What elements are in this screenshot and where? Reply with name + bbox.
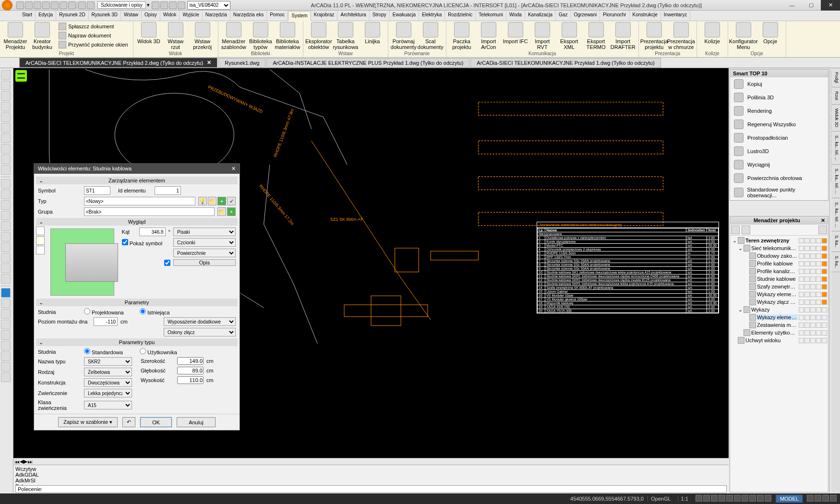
ribbon-tab[interactable]: Architektura (337, 11, 369, 21)
grupa-input[interactable] (84, 207, 215, 216)
qat-icon[interactable] (169, 1, 177, 9)
ribbon-btn[interactable]: Import RVT (530, 22, 555, 50)
side-tab[interactable]: S.. ka.. tel. ... (831, 198, 840, 232)
preview-3d[interactable] (50, 228, 114, 296)
section-header[interactable]: ⌄Parametry typu (36, 338, 238, 346)
wyposazenie-select[interactable]: Wyposażenie dodatkowe (164, 317, 236, 326)
tool-icon[interactable] (1, 165, 11, 175)
ribbon-btn[interactable]: Import DRAFTER (611, 22, 636, 50)
section-header[interactable]: ⌄Parametry (36, 299, 238, 306)
qat-icon[interactable] (178, 1, 185, 9)
konstr-select[interactable]: Dwuczęściowa (84, 378, 132, 387)
ribbon-btn[interactable]: Opcje (758, 22, 783, 44)
toolbar-icon[interactable] (818, 226, 827, 234)
powierzchnie-select[interactable]: Powierzchnie (173, 249, 236, 257)
side-tab[interactable]: S.. ka.. tel. ... (831, 132, 840, 165)
smart-item[interactable]: Standardowe punkty obserwacji... (730, 185, 828, 200)
view-btn[interactable] (36, 227, 45, 235)
tool-icon[interactable] (1, 372, 11, 382)
ribbon-tab[interactable]: Start (19, 11, 36, 21)
mini-btn[interactable]: 📁 (217, 207, 226, 216)
qat-combo[interactable]: isa_VE0B402 (187, 1, 230, 10)
tool-icon[interactable] (1, 362, 11, 372)
toolbar-icon[interactable] (731, 226, 740, 234)
ribbon-btn[interactable]: Widok 3D (136, 22, 161, 44)
tree-row[interactable]: ⌄Wykazy (731, 306, 827, 313)
doc-tab[interactable]: ArCADia-SIECI TELEKOMUNIKACYJNE Przykład… (19, 58, 217, 68)
ribbon-btn[interactable]: Napraw dokument (57, 31, 130, 40)
sb-toggle[interactable] (765, 495, 771, 502)
tool-icon[interactable] (1, 341, 11, 350)
ribbon-tab[interactable]: System (288, 11, 311, 21)
sb-model[interactable]: MODEL (776, 495, 803, 503)
undo-button[interactable]: ↶ (122, 417, 135, 427)
sb-toggle[interactable] (719, 495, 725, 502)
ribbon-btn[interactable]: Wstaw przekrój (190, 22, 215, 50)
smart-item[interactable]: Regeneruj Wszystko (730, 118, 828, 131)
tool-icon[interactable] (1, 211, 11, 220)
side-tab[interactable]: S.. ka.. tel. ... (831, 165, 840, 198)
panel-title[interactable]: Menadżer projektu✕ (730, 216, 828, 225)
add-btn[interactable]: + (227, 207, 236, 216)
qat-icon[interactable] (87, 1, 95, 9)
ribbon-btn[interactable]: Menadżer Projektu (3, 22, 28, 50)
close-icon[interactable]: ✕ (231, 166, 236, 172)
side-tab[interactable]: Widok 3D (831, 105, 840, 132)
tree-row[interactable]: Zestawienia materiałów sie... (731, 321, 827, 329)
ribbon-btn[interactable]: Kreator budynku (30, 22, 55, 50)
tree-row[interactable]: Wykazy złącz w obiektach (731, 298, 827, 306)
sb-toggle[interactable] (749, 495, 756, 502)
radio[interactable]: Standardowa (84, 348, 127, 355)
ribbon-btn[interactable]: Przywróć położenie okien (57, 40, 130, 49)
tree-row[interactable]: Uchwyt widoku (731, 336, 827, 344)
tool-icon[interactable] (1, 264, 11, 273)
ribbon-btn[interactable]: Paczka projektu (449, 22, 474, 50)
smart-item[interactable]: Prostopadłościan (730, 131, 828, 144)
scroll-left-icon[interactable]: ⏮ (14, 459, 20, 465)
ribbon-tab[interactable]: Telekomuni (476, 11, 506, 21)
ribbon-tab[interactable]: Gaz (556, 11, 571, 21)
nazwa-select[interactable]: SKR2 (84, 357, 132, 366)
ribbon-tab[interactable]: Ewakuacja (390, 11, 419, 21)
ribbon-btn[interactable]: Menadżer szablonów (221, 22, 246, 50)
sheet-tabs[interactable]: ⏮◀▶⏭ (13, 458, 729, 465)
side-tab[interactable]: Podgl (831, 68, 840, 87)
ribbon-tab[interactable]: Widok (160, 11, 180, 21)
ribbon-btn[interactable]: Biblioteka typów (248, 22, 273, 50)
ribbon-tab[interactable]: Rysunek 3D (89, 11, 121, 21)
ribbon-tab[interactable]: Kanalizacja (525, 11, 556, 21)
tree-row[interactable]: Studnie kablowe (731, 275, 827, 283)
mini-btn[interactable]: ✓ (227, 197, 236, 205)
oslony-select[interactable]: Osłony złącz (164, 328, 236, 336)
ribbon-btn[interactable]: Kolizje (700, 22, 725, 44)
tool-icon[interactable] (1, 330, 11, 340)
ribbon-tab[interactable]: Narzędzia eks (230, 11, 267, 21)
tool-icon[interactable] (1, 123, 11, 132)
opis-check[interactable] (164, 260, 170, 266)
side-tab[interactable]: S. ka.. (831, 252, 840, 273)
section-header[interactable]: ⌄Wygląd (36, 218, 238, 226)
wys-input[interactable] (177, 376, 204, 384)
pokaz-check[interactable] (122, 239, 128, 245)
tool-icon[interactable] (1, 221, 11, 231)
ribbon-btn[interactable]: Biblioteka materiałów (275, 22, 300, 50)
opis-btn[interactable]: Opis (173, 259, 236, 266)
doc-tab[interactable]: ArCADia-INSTALACJE ELEKTRYCZNE PLUS Przy… (266, 58, 469, 68)
qat-dropdown-icon[interactable]: ▾ (147, 2, 150, 8)
qat-icon[interactable] (25, 1, 33, 9)
ribbon-tab[interactable]: Rysunek 2D (56, 11, 88, 21)
radio[interactable]: Projektowana (84, 308, 127, 315)
close-icon[interactable]: ✕ (207, 60, 211, 66)
save-template-button[interactable]: Zapisz w szablonie ▾ (58, 417, 118, 427)
sb-toggle[interactable] (696, 495, 702, 502)
rodzaj-select[interactable]: Żelbetowa (84, 368, 132, 376)
tool-icon[interactable] (1, 133, 11, 143)
qat-icon[interactable] (16, 1, 24, 9)
maximize-button[interactable]: ▢ (802, 0, 821, 11)
tool-icon[interactable] (1, 112, 11, 122)
szer-input[interactable] (177, 357, 204, 365)
ok-button[interactable]: OK (140, 417, 172, 427)
ribbon-tab[interactable]: Opisy (142, 11, 160, 21)
qat-icon[interactable] (160, 1, 168, 9)
scroll-right-icon[interactable]: ▶ (24, 458, 27, 465)
